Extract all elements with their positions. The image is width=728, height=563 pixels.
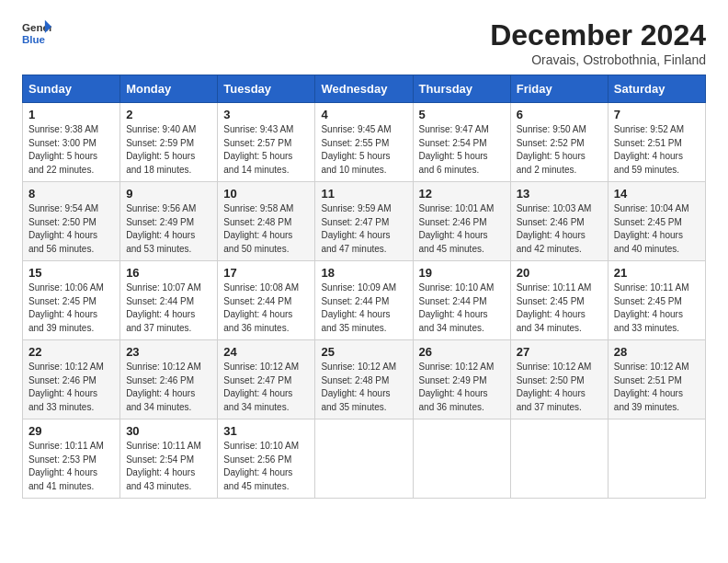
day-number: 31 — [223, 424, 309, 438]
day-detail: Sunrise: 9:50 AMSunset: 2:52 PMDaylight:… — [517, 124, 586, 175]
day-number: 18 — [321, 266, 406, 280]
day-detail: Sunrise: 10:11 AMSunset: 2:53 PMDaylight… — [28, 441, 104, 491]
calendar-cell: 3Sunrise: 9:43 AMSunset: 2:57 PMDaylight… — [218, 103, 315, 182]
day-detail: Sunrise: 9:43 AMSunset: 2:57 PMDaylight:… — [223, 124, 293, 175]
day-number: 4 — [321, 108, 406, 121]
day-number: 8 — [28, 187, 114, 201]
calendar-cell: 2Sunrise: 9:40 AMSunset: 2:59 PMDaylight… — [120, 103, 218, 182]
day-number: 19 — [419, 266, 505, 280]
calendar-cell: 1Sunrise: 9:38 AMSunset: 3:00 PMDaylight… — [23, 103, 120, 182]
calendar-cell: 27Sunrise: 10:12 AMSunset: 2:50 PMDaylig… — [510, 340, 608, 419]
day-detail: Sunrise: 10:10 AMSunset: 2:56 PMDaylight… — [223, 441, 299, 491]
day-detail: Sunrise: 9:52 AMSunset: 2:51 PMDaylight:… — [614, 124, 684, 175]
day-detail: Sunrise: 9:59 AMSunset: 2:47 PMDaylight:… — [321, 203, 391, 254]
calendar-week-2: 8Sunrise: 9:54 AMSunset: 2:50 PMDaylight… — [23, 182, 706, 261]
day-number: 22 — [28, 345, 114, 359]
calendar-title: December 2024 — [490, 18, 706, 52]
calendar-cell: 5Sunrise: 9:47 AMSunset: 2:54 PMDaylight… — [413, 103, 510, 182]
day-detail: Sunrise: 10:11 AMSunset: 2:45 PMDaylight… — [517, 282, 592, 333]
day-number: 16 — [126, 266, 211, 280]
day-number: 7 — [614, 108, 700, 121]
day-number: 15 — [28, 266, 114, 280]
calendar-cell: 15Sunrise: 10:06 AMSunset: 2:45 PMDaylig… — [23, 261, 120, 340]
calendar-cell: 18Sunrise: 10:09 AMSunset: 2:44 PMDaylig… — [315, 261, 413, 340]
calendar-cell: 23Sunrise: 10:12 AMSunset: 2:46 PMDaylig… — [120, 340, 218, 419]
day-number: 24 — [223, 345, 309, 359]
day-number: 20 — [517, 266, 602, 280]
day-number: 25 — [321, 345, 406, 359]
day-detail: Sunrise: 10:12 AMSunset: 2:46 PMDaylight… — [126, 362, 201, 412]
calendar-cell: 8Sunrise: 9:54 AMSunset: 2:50 PMDaylight… — [23, 182, 120, 261]
calendar-cell: 16Sunrise: 10:07 AMSunset: 2:44 PMDaylig… — [120, 261, 218, 340]
day-detail: Sunrise: 9:40 AMSunset: 2:59 PMDaylight:… — [126, 124, 196, 175]
col-tuesday: Tuesday — [218, 75, 315, 103]
calendar-cell: 6Sunrise: 9:50 AMSunset: 2:52 PMDaylight… — [510, 103, 608, 182]
calendar-cell: 21Sunrise: 10:11 AMSunset: 2:45 PMDaylig… — [608, 261, 705, 340]
calendar-table: Sunday Monday Tuesday Wednesday Thursday… — [22, 75, 706, 499]
calendar-cell: 17Sunrise: 10:08 AMSunset: 2:44 PMDaylig… — [218, 261, 315, 340]
day-detail: Sunrise: 9:45 AMSunset: 2:55 PMDaylight:… — [321, 124, 391, 175]
calendar-cell: 22Sunrise: 10:12 AMSunset: 2:46 PMDaylig… — [23, 340, 120, 419]
day-number: 5 — [419, 108, 505, 121]
day-detail: Sunrise: 10:12 AMSunset: 2:48 PMDaylight… — [321, 362, 396, 412]
calendar-cell — [510, 419, 608, 499]
calendar-cell: 11Sunrise: 9:59 AMSunset: 2:47 PMDayligh… — [315, 182, 413, 261]
calendar-cell: 29Sunrise: 10:11 AMSunset: 2:53 PMDaylig… — [23, 419, 120, 499]
day-detail: Sunrise: 10:10 AMSunset: 2:44 PMDaylight… — [419, 282, 495, 333]
day-detail: Sunrise: 10:08 AMSunset: 2:44 PMDaylight… — [223, 282, 299, 333]
day-number: 17 — [223, 266, 309, 280]
calendar-cell — [413, 419, 510, 499]
calendar-cell: 10Sunrise: 9:58 AMSunset: 2:48 PMDayligh… — [218, 182, 315, 261]
calendar-cell: 12Sunrise: 10:01 AMSunset: 2:46 PMDaylig… — [413, 182, 510, 261]
svg-text:Blue: Blue — [22, 34, 46, 45]
day-number: 10 — [223, 187, 309, 201]
day-detail: Sunrise: 9:38 AMSunset: 3:00 PMDaylight:… — [28, 124, 98, 175]
calendar-cell: 26Sunrise: 10:12 AMSunset: 2:49 PMDaylig… — [413, 340, 510, 419]
col-sunday: Sunday — [23, 75, 120, 103]
calendar-cell: 7Sunrise: 9:52 AMSunset: 2:51 PMDaylight… — [608, 103, 705, 182]
day-detail: Sunrise: 10:06 AMSunset: 2:45 PMDaylight… — [28, 282, 104, 333]
logo: General Blue — [22, 18, 55, 48]
calendar-cell: 4Sunrise: 9:45 AMSunset: 2:55 PMDaylight… — [315, 103, 413, 182]
calendar-cell: 20Sunrise: 10:11 AMSunset: 2:45 PMDaylig… — [510, 261, 608, 340]
calendar-cell: 31Sunrise: 10:10 AMSunset: 2:56 PMDaylig… — [218, 419, 315, 499]
day-detail: Sunrise: 10:11 AMSunset: 2:54 PMDaylight… — [126, 441, 201, 491]
day-number: 13 — [517, 187, 602, 201]
calendar-cell: 24Sunrise: 10:12 AMSunset: 2:47 PMDaylig… — [218, 340, 315, 419]
day-detail: Sunrise: 10:09 AMSunset: 2:44 PMDaylight… — [321, 282, 396, 333]
logo-icon: General Blue — [22, 18, 51, 48]
calendar-cell: 30Sunrise: 10:11 AMSunset: 2:54 PMDaylig… — [120, 419, 218, 499]
day-number: 12 — [419, 187, 505, 201]
day-detail: Sunrise: 9:47 AMSunset: 2:54 PMDaylight:… — [419, 124, 489, 175]
calendar-subtitle: Oravais, Ostrobothnia, Finland — [490, 52, 706, 67]
day-detail: Sunrise: 10:12 AMSunset: 2:47 PMDaylight… — [223, 362, 299, 412]
calendar-cell: 25Sunrise: 10:12 AMSunset: 2:48 PMDaylig… — [315, 340, 413, 419]
day-number: 21 — [614, 266, 700, 280]
col-monday: Monday — [120, 75, 218, 103]
day-number: 29 — [28, 424, 114, 438]
day-number: 11 — [321, 187, 406, 201]
day-detail: Sunrise: 10:12 AMSunset: 2:50 PMDaylight… — [517, 362, 592, 412]
day-number: 14 — [614, 187, 700, 201]
day-number: 9 — [126, 187, 211, 201]
col-friday: Friday — [510, 75, 608, 103]
day-number: 6 — [517, 108, 602, 121]
day-detail: Sunrise: 10:04 AMSunset: 2:45 PMDaylight… — [614, 203, 689, 254]
day-number: 2 — [126, 108, 211, 121]
header-row: Sunday Monday Tuesday Wednesday Thursday… — [23, 75, 706, 103]
col-thursday: Thursday — [413, 75, 510, 103]
day-detail: Sunrise: 10:01 AMSunset: 2:46 PMDaylight… — [419, 203, 495, 254]
calendar-cell: 19Sunrise: 10:10 AMSunset: 2:44 PMDaylig… — [413, 261, 510, 340]
day-detail: Sunrise: 10:03 AMSunset: 2:46 PMDaylight… — [517, 203, 592, 254]
day-detail: Sunrise: 10:07 AMSunset: 2:44 PMDaylight… — [126, 282, 201, 333]
page-header: General Blue December 2024 Oravais, Ostr… — [22, 18, 706, 67]
day-number: 27 — [517, 345, 602, 359]
calendar-cell: 14Sunrise: 10:04 AMSunset: 2:45 PMDaylig… — [608, 182, 705, 261]
day-detail: Sunrise: 9:58 AMSunset: 2:48 PMDaylight:… — [223, 203, 293, 254]
title-block: December 2024 Oravais, Ostrobothnia, Fin… — [490, 18, 706, 67]
col-saturday: Saturday — [608, 75, 705, 103]
col-wednesday: Wednesday — [315, 75, 413, 103]
day-detail: Sunrise: 10:12 AMSunset: 2:46 PMDaylight… — [28, 362, 104, 412]
day-detail: Sunrise: 9:54 AMSunset: 2:50 PMDaylight:… — [28, 203, 98, 254]
day-number: 26 — [419, 345, 505, 359]
